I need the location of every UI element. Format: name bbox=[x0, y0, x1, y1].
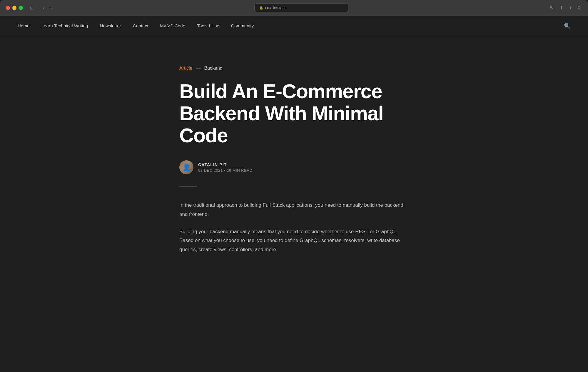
site-nav: Home Learn Technical Writing Newsletter … bbox=[0, 16, 588, 36]
breadcrumb-category: Backend bbox=[204, 66, 222, 71]
author-section: 👤 CATALIN PIT 08 DEC 2021 • 26 MIN READ bbox=[179, 160, 409, 174]
add-tab-button[interactable]: + bbox=[568, 4, 573, 12]
toolbar-right: ↻ ⬆ + ⧉ bbox=[549, 4, 582, 12]
author-name: CATALIN PIT bbox=[198, 162, 252, 167]
divider bbox=[179, 186, 197, 187]
address-bar: 🔒 catalins.tech bbox=[59, 4, 544, 12]
nav-community[interactable]: Community bbox=[231, 23, 254, 28]
window-controls bbox=[6, 6, 23, 10]
website-content: Home Learn Technical Writing Newsletter … bbox=[0, 16, 588, 372]
article-body: In the traditional approach to building … bbox=[179, 201, 409, 254]
tabs-button[interactable]: ⧉ bbox=[577, 4, 582, 12]
sidebar-button[interactable]: ⊡ bbox=[28, 4, 36, 11]
search-button[interactable]: 🔍 bbox=[564, 23, 570, 29]
url-input[interactable]: 🔒 catalins.tech bbox=[254, 4, 348, 12]
breadcrumb: Article — Backend bbox=[179, 66, 409, 71]
minimize-button[interactable] bbox=[12, 6, 16, 10]
paragraph-2: Building your backend manually means tha… bbox=[179, 227, 409, 254]
url-text: catalins.tech bbox=[265, 6, 286, 10]
avatar-placeholder: 👤 bbox=[183, 164, 191, 171]
search-icon: 🔍 bbox=[564, 23, 570, 29]
nav-tools[interactable]: Tools I Use bbox=[197, 23, 219, 28]
forward-button[interactable]: › bbox=[48, 4, 54, 12]
close-button[interactable] bbox=[6, 6, 10, 10]
reload-button[interactable]: ↻ bbox=[549, 4, 555, 12]
nav-controls: ‹ › bbox=[41, 4, 54, 12]
avatar: 👤 bbox=[179, 160, 193, 174]
nav-vscode[interactable]: My VS Code bbox=[160, 23, 186, 28]
author-info: CATALIN PIT 08 DEC 2021 • 26 MIN READ bbox=[198, 162, 252, 173]
nav-contact[interactable]: Contact bbox=[133, 23, 148, 28]
back-button[interactable]: ‹ bbox=[41, 4, 47, 12]
article-main: Article — Backend Build An E-Commerce Ba… bbox=[162, 36, 426, 272]
breadcrumb-separator: — bbox=[196, 66, 201, 71]
maximize-button[interactable] bbox=[19, 6, 23, 10]
lock-icon: 🔒 bbox=[259, 6, 263, 10]
paragraph-1: In the traditional approach to building … bbox=[179, 201, 409, 219]
nav-learn[interactable]: Learn Technical Writing bbox=[41, 23, 88, 28]
nav-links: Home Learn Technical Writing Newsletter … bbox=[18, 23, 564, 29]
article-meta: 08 DEC 2021 • 26 MIN READ bbox=[198, 168, 252, 173]
article-title: Build An E-Commerce Backend With Minimal… bbox=[179, 80, 409, 146]
nav-newsletter[interactable]: Newsletter bbox=[100, 23, 121, 28]
breadcrumb-article-link[interactable]: Article bbox=[179, 66, 192, 71]
share-button[interactable]: ⬆ bbox=[558, 4, 564, 12]
nav-home[interactable]: Home bbox=[18, 23, 30, 28]
